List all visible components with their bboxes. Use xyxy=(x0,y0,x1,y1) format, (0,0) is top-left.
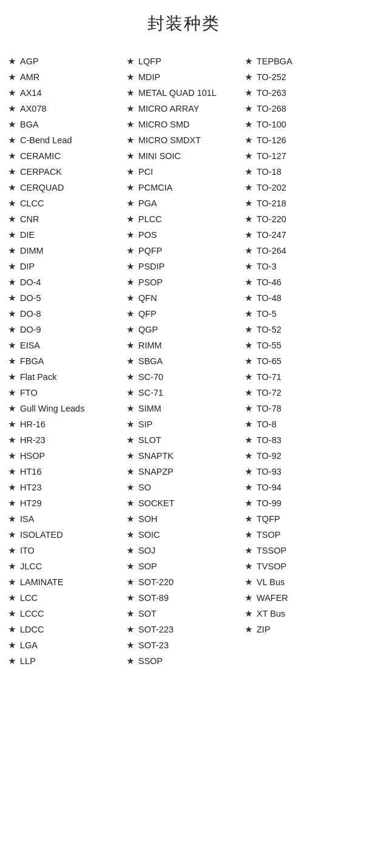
list-item[interactable]: TO-46 xyxy=(243,274,361,290)
list-item[interactable]: SNAPZP xyxy=(124,464,243,480)
list-item[interactable]: SOJ xyxy=(124,543,243,558)
list-item[interactable]: PQFP xyxy=(124,243,243,259)
list-item[interactable]: SIP xyxy=(124,416,243,432)
list-item[interactable]: RIMM xyxy=(124,337,243,353)
list-item[interactable]: ISA xyxy=(6,511,124,527)
list-item[interactable]: ZIP xyxy=(243,622,361,637)
list-item[interactable]: SSOP xyxy=(124,653,243,669)
list-item[interactable]: LCCC xyxy=(6,606,124,622)
list-item[interactable]: TO-71 xyxy=(243,369,361,385)
list-item[interactable]: SO xyxy=(124,480,243,495)
list-item[interactable]: PCMCIA xyxy=(124,180,243,195)
list-item[interactable]: JLCC xyxy=(6,558,124,574)
list-item[interactable]: HR-16 xyxy=(6,416,124,432)
list-item[interactable]: TO-264 xyxy=(243,243,361,259)
list-item[interactable]: TEPBGA xyxy=(243,53,361,69)
list-item[interactable]: TVSOP xyxy=(243,558,361,574)
list-item[interactable]: TO-100 xyxy=(243,117,361,132)
list-item[interactable]: TQFP xyxy=(243,511,361,527)
list-item[interactable]: AGP xyxy=(6,53,124,69)
list-item[interactable]: CLCC xyxy=(6,195,124,211)
list-item[interactable]: TO-220 xyxy=(243,211,361,227)
list-item[interactable]: MICRO SMDXT xyxy=(124,132,243,148)
list-item[interactable]: PSOP xyxy=(124,274,243,290)
list-item[interactable]: HT16 xyxy=(6,464,124,480)
list-item[interactable]: QGP xyxy=(124,322,243,337)
list-item[interactable]: HT23 xyxy=(6,480,124,495)
list-item[interactable]: LLP xyxy=(6,653,124,669)
list-item[interactable]: TO-48 xyxy=(243,290,361,306)
list-item[interactable]: WAFER xyxy=(243,590,361,606)
list-item[interactable]: DIP xyxy=(6,259,124,274)
list-item[interactable]: METAL QUAD 101L xyxy=(124,85,243,101)
list-item[interactable]: SIMM xyxy=(124,401,243,416)
list-item[interactable]: SOT-223 xyxy=(124,622,243,637)
list-item[interactable]: SOCKET xyxy=(124,495,243,511)
list-item[interactable]: TO-263 xyxy=(243,85,361,101)
list-item[interactable]: FTO xyxy=(6,385,124,401)
list-item[interactable]: TO-268 xyxy=(243,101,361,117)
list-item[interactable]: TO-8 xyxy=(243,416,361,432)
list-item[interactable]: SOP xyxy=(124,558,243,574)
list-item[interactable]: CNR xyxy=(6,211,124,227)
list-item[interactable]: PLCC xyxy=(124,211,243,227)
list-item[interactable]: PGA xyxy=(124,195,243,211)
list-item[interactable]: SC-70 xyxy=(124,369,243,385)
list-item[interactable]: DO-9 xyxy=(6,322,124,337)
list-item[interactable]: MICRO SMD xyxy=(124,117,243,132)
list-item[interactable]: SBGA xyxy=(124,353,243,369)
list-item[interactable]: LDCC xyxy=(6,622,124,637)
list-item[interactable]: ITO xyxy=(6,543,124,558)
list-item[interactable]: AMR xyxy=(6,69,124,85)
list-item[interactable]: HT29 xyxy=(6,495,124,511)
list-item[interactable]: SOT-23 xyxy=(124,637,243,653)
list-item[interactable]: TO-72 xyxy=(243,385,361,401)
list-item[interactable]: HR-23 xyxy=(6,432,124,448)
list-item[interactable]: TO-83 xyxy=(243,432,361,448)
list-item[interactable]: TO-55 xyxy=(243,337,361,353)
list-item[interactable]: TO-99 xyxy=(243,495,361,511)
list-item[interactable]: Flat Pack xyxy=(6,369,124,385)
list-item[interactable]: ISOLATED xyxy=(6,527,124,543)
list-item[interactable]: SOT xyxy=(124,606,243,622)
list-item[interactable]: MICRO ARRAY xyxy=(124,101,243,117)
list-item[interactable]: FBGA xyxy=(6,353,124,369)
list-item[interactable]: C-Bend Lead xyxy=(6,132,124,148)
list-item[interactable]: TO-202 xyxy=(243,180,361,195)
list-item[interactable]: MDIP xyxy=(124,69,243,85)
list-item[interactable]: LQFP xyxy=(124,53,243,69)
list-item[interactable]: DO-8 xyxy=(6,306,124,322)
list-item[interactable]: QFP xyxy=(124,306,243,322)
list-item[interactable]: AX14 xyxy=(6,85,124,101)
list-item[interactable]: TO-247 xyxy=(243,227,361,243)
list-item[interactable]: TO-92 xyxy=(243,448,361,464)
list-item[interactable]: XT Bus xyxy=(243,606,361,622)
list-item[interactable]: HSOP xyxy=(6,448,124,464)
list-item[interactable]: VL Bus xyxy=(243,574,361,590)
list-item[interactable]: LGA xyxy=(6,637,124,653)
list-item[interactable]: LCC xyxy=(6,590,124,606)
list-item[interactable]: DIE xyxy=(6,227,124,243)
list-item[interactable]: TO-93 xyxy=(243,464,361,480)
list-item[interactable]: SOH xyxy=(124,511,243,527)
list-item[interactable]: CERAMIC xyxy=(6,148,124,164)
list-item[interactable]: TO-5 xyxy=(243,306,361,322)
list-item[interactable]: PSDIP xyxy=(124,259,243,274)
list-item[interactable]: SOIC xyxy=(124,527,243,543)
list-item[interactable]: DIMM xyxy=(6,243,124,259)
list-item[interactable] xyxy=(243,637,361,653)
list-item[interactable]: CERQUAD xyxy=(6,180,124,195)
list-item[interactable]: TO-94 xyxy=(243,480,361,495)
list-item[interactable]: DO-4 xyxy=(6,274,124,290)
list-item[interactable]: TO-126 xyxy=(243,132,361,148)
list-item[interactable]: EISA xyxy=(6,337,124,353)
list-item[interactable]: SOT-220 xyxy=(124,574,243,590)
list-item[interactable]: SLOT xyxy=(124,432,243,448)
list-item[interactable]: PCI xyxy=(124,164,243,180)
list-item[interactable]: TO-218 xyxy=(243,195,361,211)
list-item[interactable]: QFN xyxy=(124,290,243,306)
list-item[interactable]: TSOP xyxy=(243,527,361,543)
list-item[interactable]: TO-3 xyxy=(243,259,361,274)
list-item[interactable]: DO-5 xyxy=(6,290,124,306)
list-item[interactable]: TO-252 xyxy=(243,69,361,85)
